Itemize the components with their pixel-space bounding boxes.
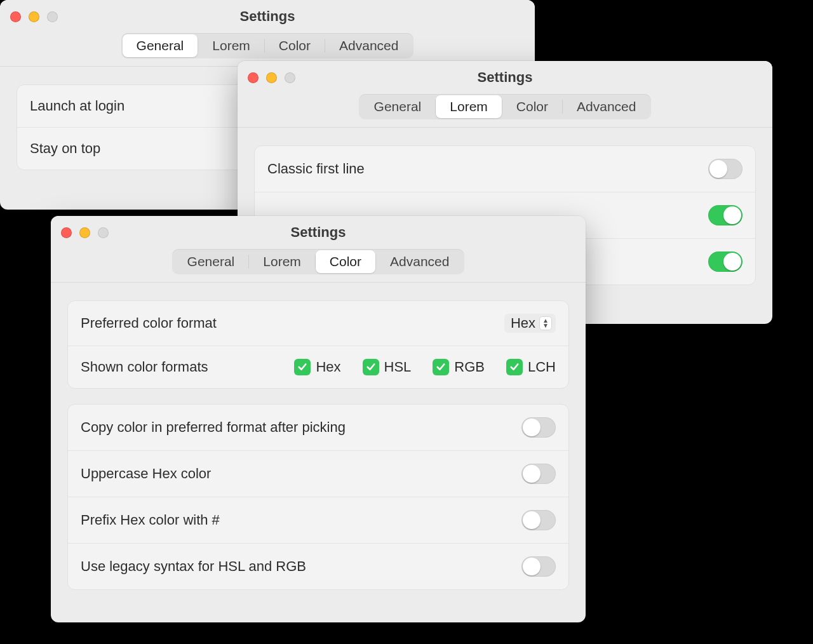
checkmark-icon	[433, 359, 449, 375]
tab-lorem[interactable]: Lorem	[249, 250, 315, 273]
tab-color[interactable]: Color	[265, 34, 325, 57]
content: Preferred color format Hex ▲▼ Shown colo…	[51, 283, 586, 610]
traffic-lights	[61, 227, 109, 238]
tab-segment: General Lorem Color Advanced	[359, 94, 652, 119]
row-label: Launch at login	[30, 98, 124, 114]
tab-lorem[interactable]: Lorem	[436, 95, 502, 118]
zoom-icon[interactable]	[47, 11, 58, 22]
tab-segment: General Lorem Color Advanced	[121, 33, 414, 58]
checkbox-lch[interactable]: LCH	[506, 359, 556, 375]
row-label: Uppercase Hex color	[81, 466, 211, 482]
tab-advanced[interactable]: Advanced	[325, 34, 412, 57]
toggle-legacy-syntax[interactable]	[521, 556, 556, 577]
checkbox-rgb[interactable]: RGB	[433, 359, 485, 375]
checkbox-label: HSL	[384, 359, 412, 375]
row-copy-after-picking: Copy color in preferred format after pic…	[68, 405, 568, 450]
tab-lorem[interactable]: Lorem	[198, 34, 264, 57]
zoom-icon[interactable]	[285, 72, 295, 83]
row-preferred-format: Preferred color format Hex ▲▼	[68, 301, 568, 345]
row-label: Stay on top	[30, 140, 100, 157]
tab-segment: General Lorem Color Advanced	[172, 249, 465, 274]
tab-general[interactable]: General	[123, 34, 198, 57]
toggle-row-3[interactable]	[708, 252, 742, 272]
titlebar: Settings	[0, 0, 535, 33]
titlebar: Settings	[238, 61, 772, 94]
row-label: Prefix Hex color with #	[81, 512, 220, 528]
checkmark-icon	[294, 359, 311, 375]
close-icon[interactable]	[10, 11, 21, 22]
formats-group: Preferred color format Hex ▲▼ Shown colo…	[67, 300, 569, 389]
checkbox-hsl[interactable]: HSL	[363, 359, 412, 375]
checkbox-label: LCH	[528, 359, 556, 375]
traffic-lights	[10, 11, 58, 22]
row-label: Use legacy syntax for HSL and RGB	[81, 558, 306, 575]
minimize-icon[interactable]	[266, 72, 277, 83]
tab-general[interactable]: General	[173, 250, 249, 273]
window-title: Settings	[51, 224, 586, 241]
checkmark-icon	[363, 359, 379, 375]
minimize-icon[interactable]	[79, 227, 90, 238]
row-label: Classic first line	[267, 161, 365, 177]
toggle-row-2[interactable]	[708, 205, 742, 225]
close-icon[interactable]	[248, 72, 259, 83]
tab-advanced[interactable]: Advanced	[376, 250, 463, 273]
tab-bar: General Lorem Color Advanced	[51, 249, 586, 283]
row-uppercase-hex: Uppercase Hex color	[68, 450, 568, 497]
tab-bar: General Lorem Color Advanced	[238, 94, 772, 128]
row-shown-formats: Shown color formats Hex HSL RGB	[68, 345, 568, 388]
zoom-icon[interactable]	[98, 227, 109, 238]
row-legacy-syntax: Use legacy syntax for HSL and RGB	[68, 543, 568, 589]
traffic-lights	[248, 72, 295, 83]
checkmark-icon	[506, 359, 523, 375]
preferred-format-select[interactable]: Hex ▲▼	[504, 314, 556, 333]
checkbox-label: RGB	[454, 359, 485, 375]
close-icon[interactable]	[61, 227, 72, 238]
options-group: Copy color in preferred format after pic…	[67, 404, 569, 590]
toggle-copy-after-picking[interactable]	[521, 417, 556, 438]
tab-advanced[interactable]: Advanced	[563, 95, 650, 118]
row-label: Shown color formats	[81, 359, 294, 375]
row-label: Preferred color format	[81, 315, 504, 332]
toggle-uppercase-hex[interactable]	[521, 464, 556, 484]
window-title: Settings	[238, 69, 772, 86]
row-label: Copy color in preferred format after pic…	[81, 419, 346, 436]
row-classic-first-line: Classic first line	[255, 146, 755, 192]
window-title: Settings	[0, 8, 535, 25]
tab-general[interactable]: General	[360, 95, 436, 118]
checkbox-hex[interactable]: Hex	[294, 359, 340, 375]
checkbox-label: Hex	[316, 359, 340, 375]
settings-window-color: Settings General Lorem Color Advanced Pr…	[51, 216, 586, 622]
select-value: Hex	[511, 315, 535, 332]
minimize-icon[interactable]	[29, 11, 39, 22]
tab-color[interactable]: Color	[316, 250, 375, 273]
tab-color[interactable]: Color	[502, 95, 562, 118]
toggle-classic-first-line[interactable]	[708, 159, 742, 179]
chevron-up-down-icon: ▲▼	[539, 316, 552, 330]
format-checkboxes: Hex HSL RGB LCH	[294, 359, 556, 375]
row-prefix-hex: Prefix Hex color with #	[68, 497, 568, 543]
titlebar: Settings	[51, 216, 586, 249]
toggle-prefix-hex[interactable]	[521, 510, 556, 530]
